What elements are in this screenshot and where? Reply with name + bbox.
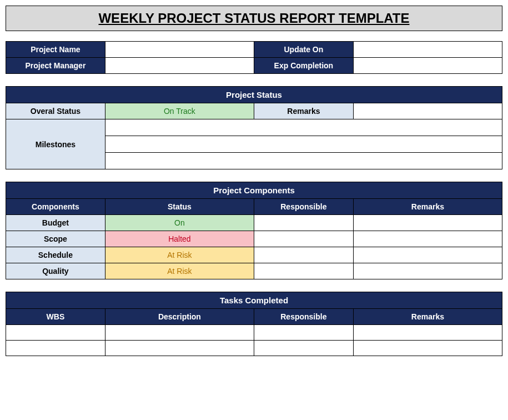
- milestone-row-0[interactable]: [105, 119, 502, 136]
- project-name-label: Project Name: [6, 42, 105, 58]
- component-row: BudgetOn: [6, 215, 502, 231]
- remarks-value[interactable]: [353, 103, 502, 119]
- task-responsible[interactable]: [254, 325, 353, 341]
- component-remarks[interactable]: [353, 247, 502, 263]
- task-row: [6, 325, 502, 341]
- overall-status-label: Overal Status: [6, 103, 105, 119]
- component-responsible[interactable]: [254, 215, 353, 231]
- task-wbs[interactable]: [6, 325, 105, 341]
- overall-status-value[interactable]: On Track: [105, 103, 254, 119]
- project-manager-label: Project Manager: [6, 58, 105, 74]
- component-status[interactable]: Halted: [105, 231, 254, 247]
- component-row: QualityAt Risk: [6, 263, 502, 279]
- task-description[interactable]: [105, 341, 254, 356]
- exp-completion-label: Exp Completion: [254, 58, 353, 74]
- remarks-label: Remarks: [254, 103, 353, 119]
- update-on-label: Update On: [254, 42, 353, 58]
- component-responsible[interactable]: [254, 247, 353, 263]
- component-status[interactable]: At Risk: [105, 247, 254, 263]
- component-name: Schedule: [6, 247, 105, 263]
- component-status[interactable]: On: [105, 215, 254, 231]
- report-title: WEEKLY PROJECT STATUS REPORT TEMPLATE: [6, 6, 502, 31]
- exp-completion-value[interactable]: [353, 58, 502, 74]
- component-status[interactable]: At Risk: [105, 263, 254, 279]
- component-row: ScopeHalted: [6, 231, 502, 247]
- task-remarks[interactable]: [353, 341, 502, 356]
- col-wbs: WBS: [6, 309, 105, 325]
- task-row: [6, 341, 502, 356]
- task-remarks[interactable]: [353, 325, 502, 341]
- tasks-completed-header: Tasks Completed: [6, 292, 502, 309]
- col-remarks: Remarks: [353, 199, 502, 215]
- component-name: Scope: [6, 231, 105, 247]
- project-components-table: Project Components Components Status Res…: [6, 182, 502, 279]
- project-components-header: Project Components: [6, 182, 502, 199]
- component-remarks[interactable]: [353, 263, 502, 279]
- project-name-value[interactable]: [105, 42, 254, 58]
- col-components: Components: [6, 199, 105, 215]
- component-responsible[interactable]: [254, 231, 353, 247]
- milestones-label: Milestones: [6, 119, 105, 169]
- info-table: Project Name Update On Project Manager E…: [6, 41, 502, 74]
- col-responsible-tasks: Responsible: [254, 309, 353, 325]
- task-responsible[interactable]: [254, 341, 353, 356]
- component-name: Budget: [6, 215, 105, 231]
- col-status: Status: [105, 199, 254, 215]
- project-status-header: Project Status: [6, 87, 502, 103]
- milestone-row-1[interactable]: [105, 136, 502, 153]
- update-on-value[interactable]: [353, 42, 502, 58]
- component-row: ScheduleAt Risk: [6, 247, 502, 263]
- milestone-row-2[interactable]: [105, 153, 502, 169]
- project-manager-value[interactable]: [105, 58, 254, 74]
- component-responsible[interactable]: [254, 263, 353, 279]
- component-remarks[interactable]: [353, 215, 502, 231]
- task-description[interactable]: [105, 325, 254, 341]
- project-status-table: Project Status Overal Status On Track Re…: [6, 86, 502, 169]
- component-name: Quality: [6, 263, 105, 279]
- col-responsible: Responsible: [254, 199, 353, 215]
- task-wbs[interactable]: [6, 341, 105, 356]
- tasks-completed-table: Tasks Completed WBS Description Responsi…: [6, 292, 502, 356]
- col-description: Description: [105, 309, 254, 325]
- col-remarks-tasks: Remarks: [353, 309, 502, 325]
- component-remarks[interactable]: [353, 231, 502, 247]
